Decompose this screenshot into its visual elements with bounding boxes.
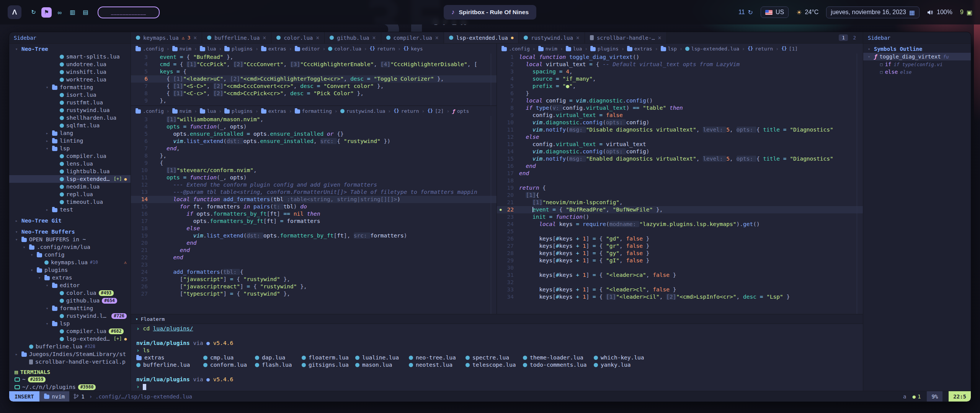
- neo-tree-item[interactable]: lightbulb.lua: [9, 167, 131, 175]
- buffer-item[interactable]: ▾.config/nvim/lua: [9, 243, 131, 251]
- breadcrumb-item[interactable]: lua: [200, 108, 216, 114]
- breadcrumb-item[interactable]: {}[2]: [427, 108, 444, 114]
- date-widget[interactable]: jueves, noviembre 16, 2023 ▦: [826, 7, 920, 18]
- tab-color-lua[interactable]: color.lua×: [271, 32, 325, 43]
- breadcrumb-item[interactable]: plugins: [590, 46, 619, 52]
- buffer-item[interactable]: scrollbar-handle-vertical.p: [9, 358, 131, 366]
- tab-number-1[interactable]: 1: [839, 34, 848, 41]
- neo-tree-section-header[interactable]: ▾Neo-Tree: [9, 45, 131, 53]
- ls-entry[interactable]: mason.lua: [355, 361, 409, 369]
- editor-pane-rustywind-lua[interactable]: .config›nvim›lua›plugins›extras›formatti…: [131, 106, 497, 314]
- neo-tree-item[interactable]: rustfmt.lua: [9, 99, 131, 106]
- neo-tree-item[interactable]: timeout.lua: [9, 198, 131, 206]
- music-player-widget[interactable]: ♪ Spiritbox - Rule Of Nines: [444, 5, 536, 20]
- buffer-item[interactable]: compiler.lua#682: [9, 327, 131, 335]
- tab-bufferline-lua[interactable]: bufferline.lua×: [202, 32, 271, 43]
- breadcrumb-item[interactable]: nvim: [172, 108, 191, 114]
- tab-github-lua[interactable]: github.lua×: [325, 32, 381, 43]
- ls-entry[interactable]: todo-comments.lua: [523, 361, 594, 369]
- breadcrumb-item[interactable]: lsp-extended.lua: [685, 46, 739, 52]
- breadcrumb-item[interactable]: editor: [295, 46, 320, 52]
- breadcrumb-item[interactable]: lsp: [661, 46, 677, 52]
- ls-entry[interactable]: theme-loader.lua: [523, 354, 594, 361]
- neo-tree-buffers-section-header[interactable]: ▾Neo-Tree Buffers: [9, 228, 131, 236]
- buffer-item[interactable]: bufferline.lua#328: [9, 343, 131, 350]
- tab-lsp-extended-lua[interactable]: lsp-extended.lua●: [444, 32, 519, 43]
- neo-tree-item[interactable]: repl.lua: [9, 190, 131, 198]
- breadcrumb-item[interactable]: plugins: [224, 108, 253, 114]
- close-icon[interactable]: ×: [316, 34, 319, 41]
- ls-entry[interactable]: conform.lua: [203, 361, 255, 369]
- cwd-segment[interactable]: nvim: [39, 391, 70, 402]
- neo-tree-item[interactable]: ▾formatting: [9, 83, 131, 91]
- terminal-item[interactable]: ~/.c/n/l/plugins#3980: [9, 383, 131, 391]
- breadcrumb-item[interactable]: extras: [261, 108, 286, 114]
- ls-entry[interactable]: dap.lua: [255, 354, 302, 361]
- refresh-button[interactable]: ↻: [28, 7, 39, 18]
- close-icon[interactable]: ×: [435, 34, 439, 41]
- topbar-input[interactable]: ____________: [98, 7, 160, 18]
- close-icon[interactable]: ×: [372, 34, 376, 41]
- breadcrumb-item[interactable]: .config: [136, 108, 164, 114]
- neo-tree-item[interactable]: lens.lua: [9, 160, 131, 167]
- ls-entry[interactable]: extras: [136, 354, 203, 361]
- tab-scrollbar-handle-[interactable]: scrollbar-handle-…×: [585, 32, 667, 43]
- breadcrumb-item[interactable]: {}return: [748, 46, 773, 52]
- neo-tree-item[interactable]: worktree.lua: [9, 76, 131, 83]
- weather-widget[interactable]: ☀ 24°C: [796, 9, 818, 16]
- breadcrumb-item[interactable]: lua: [200, 46, 216, 52]
- terminal-item[interactable]: ~#2859: [9, 376, 131, 383]
- volume-widget[interactable]: 100%: [927, 9, 952, 16]
- buffer-item[interactable]: ▾editor: [9, 281, 131, 289]
- tab-compiler-lua[interactable]: compiler.lua×: [381, 32, 444, 43]
- buffer-item[interactable]: ▾extras: [9, 274, 131, 281]
- buffer-item[interactable]: ▾config: [9, 251, 131, 259]
- ls-entry[interactable]: flash.lua: [255, 361, 302, 369]
- ls-entry[interactable]: yanky.lua: [594, 361, 659, 369]
- neo-tree-item[interactable]: rustywind.lua: [9, 106, 131, 114]
- neo-tree-item[interactable]: isort.lua: [9, 91, 131, 99]
- editor-pane-color-lua[interactable]: .config›nvim›lua›plugins›extras›editor›c…: [131, 44, 497, 106]
- buffer-item[interactable]: ▾plugins: [9, 266, 131, 274]
- neo-tree-item[interactable]: shellharden.lua: [9, 114, 131, 122]
- close-icon[interactable]: ×: [658, 34, 662, 41]
- breadcrumb-item[interactable]: color.lua: [328, 46, 361, 52]
- launcher-button[interactable]: Λ: [8, 5, 21, 19]
- breadcrumb-item[interactable]: nvim: [172, 46, 191, 52]
- breadcrumb-item[interactable]: ƒopts: [452, 108, 469, 114]
- breadcrumb-item[interactable]: extras: [261, 46, 286, 52]
- neo-tree-item[interactable]: lsp-extended.lu[+]●: [9, 175, 131, 183]
- tab-rustywind-lua[interactable]: rustywind.lua×: [519, 32, 585, 43]
- buffer-item[interactable]: ▾OPEN BUFFERS in ~: [9, 236, 131, 243]
- tab-number-2[interactable]: 2: [850, 34, 859, 41]
- ls-entry[interactable]: telescope.lua: [466, 361, 523, 369]
- updates-widget[interactable]: 11 ↻: [738, 9, 753, 16]
- breadcrumb-item[interactable]: .config: [136, 46, 164, 52]
- symbol-item[interactable]: □elseelse: [863, 68, 971, 76]
- buffer-item[interactable]: github.lua#654: [9, 297, 131, 304]
- buffer-item[interactable]: lsp-extended.lu[+]●: [9, 335, 131, 343]
- tab-keymaps-lua[interactable]: keymaps.lua⚠ 3×: [131, 32, 202, 43]
- neo-tree-item[interactable]: ▸linting: [9, 137, 131, 145]
- breadcrumb-item[interactable]: .config: [501, 46, 530, 52]
- breadcrumb-item[interactable]: rustywind.lua: [340, 108, 385, 114]
- neo-tree-item[interactable]: neodim.lua: [9, 183, 131, 190]
- breadcrumb-item[interactable]: {}return: [394, 108, 419, 114]
- symbols-outline-header[interactable]: ▾Symbols Outline: [863, 45, 971, 53]
- notes-button[interactable]: ▤: [80, 7, 91, 18]
- symbol-item[interactable]: ▾ƒtoggle_diag_virtextfu: [863, 53, 971, 60]
- ls-entry[interactable]: spectre.lua: [466, 354, 523, 361]
- terminals-section-header[interactable]: ▤TERMINALS: [9, 369, 131, 376]
- breadcrumb-item[interactable]: {}return: [370, 46, 395, 52]
- neo-tree-item[interactable]: ▸test: [9, 206, 131, 213]
- neo-tree-item[interactable]: ▾lsp: [9, 145, 131, 152]
- close-icon[interactable]: ×: [576, 34, 580, 41]
- breadcrumb-item[interactable]: lua: [566, 46, 582, 52]
- neo-tree-item[interactable]: compiler.lua: [9, 152, 131, 160]
- neo-tree-item[interactable]: undotree.lua: [9, 60, 131, 68]
- link-button[interactable]: ∞: [54, 7, 65, 18]
- buffer-item[interactable]: ▸Juegos/Indies/SteamLibrary/st: [9, 350, 131, 358]
- copy-button[interactable]: ▥: [67, 7, 78, 18]
- ls-entry[interactable]: floaterm.lua: [302, 354, 355, 361]
- keyboard-layout-widget[interactable]: US: [761, 7, 789, 18]
